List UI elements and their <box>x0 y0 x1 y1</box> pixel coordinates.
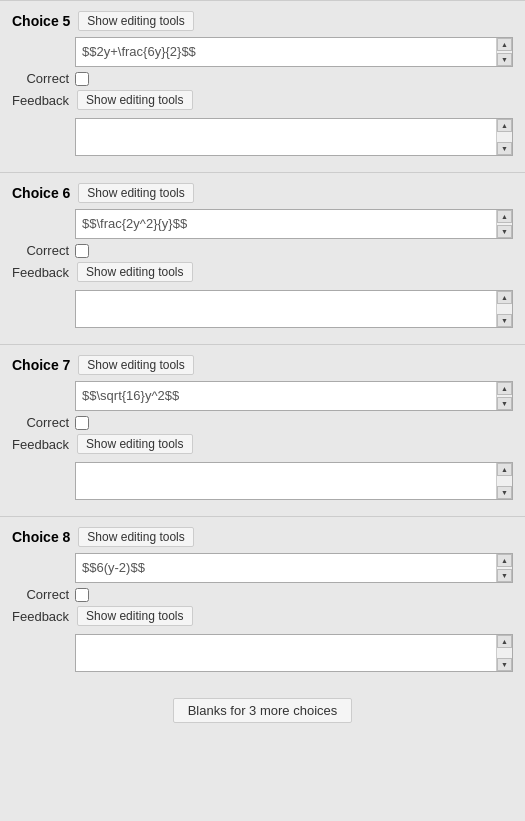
math-field-row-5: $$2y+\frac{6y}{2}$$ ▲ ▼ <box>12 37 513 67</box>
feedback-scroll-up-7[interactable]: ▲ <box>497 463 512 476</box>
math-scrollbar-7: ▲ ▼ <box>496 382 512 410</box>
math-field-content-6: $$\frac{2y^2}{y}$$ ▲ ▼ <box>75 209 513 239</box>
feedback-row-6: Feedback Show editing tools <box>12 262 513 282</box>
math-input-container-8[interactable]: $$6(y-2)$$ ▲ ▼ <box>75 553 513 583</box>
feedback-editing-button-8[interactable]: Show editing tools <box>77 606 192 626</box>
choice-header-6: Choice 6 Show editing tools <box>12 183 513 203</box>
correct-checkbox-8[interactable] <box>75 588 89 602</box>
feedback-field-row-6: ▲ ▼ <box>12 286 513 328</box>
feedback-field-row-5: ▲ ▼ <box>12 114 513 156</box>
correct-checkbox-5[interactable] <box>75 72 89 86</box>
feedback-field-content-8: ▲ ▼ <box>75 630 513 672</box>
feedback-field-row-8: ▲ ▼ <box>12 630 513 672</box>
math-text-7: $$\sqrt{16}y^2$$ <box>76 382 496 410</box>
feedback-scroll-up-8[interactable]: ▲ <box>497 635 512 648</box>
feedback-field-content-6: ▲ ▼ <box>75 286 513 328</box>
choice-block-8: Choice 8 Show editing tools $$6(y-2)$$ ▲… <box>0 516 525 688</box>
feedback-container-8[interactable]: ▲ ▼ <box>75 634 513 672</box>
math-scroll-up-7[interactable]: ▲ <box>497 382 512 395</box>
feedback-label-8: Feedback <box>12 609 69 624</box>
math-input-container-7[interactable]: $$\sqrt{16}y^2$$ ▲ ▼ <box>75 381 513 411</box>
math-field-label-6 <box>12 209 67 213</box>
correct-row-5: Correct <box>12 71 513 86</box>
math-field-content-7: $$\sqrt{16}y^2$$ ▲ ▼ <box>75 381 513 411</box>
choice-header-7: Choice 7 Show editing tools <box>12 355 513 375</box>
feedback-text-5[interactable] <box>76 119 496 155</box>
feedback-scrollbar-8: ▲ ▼ <box>496 635 512 671</box>
math-scroll-down-8[interactable]: ▼ <box>497 569 512 582</box>
show-editing-button-6[interactable]: Show editing tools <box>78 183 193 203</box>
feedback-scroll-up-5[interactable]: ▲ <box>497 119 512 132</box>
show-editing-button-5[interactable]: Show editing tools <box>78 11 193 31</box>
math-scroll-up-5[interactable]: ▲ <box>497 38 512 51</box>
math-text-6: $$\frac{2y^2}{y}$$ <box>76 210 496 238</box>
feedback-spacer-7 <box>12 458 67 462</box>
math-scrollbar-8: ▲ ▼ <box>496 554 512 582</box>
math-field-content-8: $$6(y-2)$$ ▲ ▼ <box>75 553 513 583</box>
math-field-row-8: $$6(y-2)$$ ▲ ▼ <box>12 553 513 583</box>
correct-checkbox-6[interactable] <box>75 244 89 258</box>
feedback-text-8[interactable] <box>76 635 496 671</box>
feedback-scroll-down-6[interactable]: ▼ <box>497 314 512 327</box>
show-editing-button-8[interactable]: Show editing tools <box>78 527 193 547</box>
feedback-field-content-7: ▲ ▼ <box>75 458 513 500</box>
correct-label-6: Correct <box>14 243 69 258</box>
math-field-row-6: $$\frac{2y^2}{y}$$ ▲ ▼ <box>12 209 513 239</box>
correct-checkbox-7[interactable] <box>75 416 89 430</box>
choice-label-5: Choice 5 <box>12 13 70 29</box>
feedback-text-7[interactable] <box>76 463 496 499</box>
feedback-spacer-6 <box>12 286 67 290</box>
math-text-5: $$2y+\frac{6y}{2}$$ <box>76 38 496 66</box>
feedback-scroll-up-6[interactable]: ▲ <box>497 291 512 304</box>
feedback-label-7: Feedback <box>12 437 69 452</box>
feedback-container-6[interactable]: ▲ ▼ <box>75 290 513 328</box>
feedback-editing-button-6[interactable]: Show editing tools <box>77 262 192 282</box>
feedback-editing-button-7[interactable]: Show editing tools <box>77 434 192 454</box>
choice-block-6: Choice 6 Show editing tools $$\frac{2y^2… <box>0 172 525 344</box>
feedback-text-6[interactable] <box>76 291 496 327</box>
feedback-row-7: Feedback Show editing tools <box>12 434 513 454</box>
feedback-row-8: Feedback Show editing tools <box>12 606 513 626</box>
feedback-spacer-8 <box>12 630 67 634</box>
correct-row-7: Correct <box>12 415 513 430</box>
math-text-8: $$6(y-2)$$ <box>76 554 496 582</box>
correct-label-7: Correct <box>14 415 69 430</box>
blanks-button[interactable]: Blanks for 3 more choices <box>173 698 353 723</box>
math-input-container-5[interactable]: $$2y+\frac{6y}{2}$$ ▲ ▼ <box>75 37 513 67</box>
feedback-editing-button-5[interactable]: Show editing tools <box>77 90 192 110</box>
math-scroll-up-6[interactable]: ▲ <box>497 210 512 223</box>
show-editing-button-7[interactable]: Show editing tools <box>78 355 193 375</box>
math-input-container-6[interactable]: $$\frac{2y^2}{y}$$ ▲ ▼ <box>75 209 513 239</box>
math-scroll-down-5[interactable]: ▼ <box>497 53 512 66</box>
feedback-scrollbar-5: ▲ ▼ <box>496 119 512 155</box>
math-field-row-7: $$\sqrt{16}y^2$$ ▲ ▼ <box>12 381 513 411</box>
math-field-label-8 <box>12 553 67 557</box>
feedback-label-5: Feedback <box>12 93 69 108</box>
math-scrollbar-5: ▲ ▼ <box>496 38 512 66</box>
math-scrollbar-6: ▲ ▼ <box>496 210 512 238</box>
feedback-field-content-5: ▲ ▼ <box>75 114 513 156</box>
feedback-container-5[interactable]: ▲ ▼ <box>75 118 513 156</box>
feedback-scrollbar-6: ▲ ▼ <box>496 291 512 327</box>
feedback-scrollbar-7: ▲ ▼ <box>496 463 512 499</box>
feedback-scroll-down-8[interactable]: ▼ <box>497 658 512 671</box>
math-scroll-up-8[interactable]: ▲ <box>497 554 512 567</box>
choice-block-7: Choice 7 Show editing tools $$\sqrt{16}y… <box>0 344 525 516</box>
correct-label-5: Correct <box>14 71 69 86</box>
math-scroll-down-7[interactable]: ▼ <box>497 397 512 410</box>
feedback-scroll-down-7[interactable]: ▼ <box>497 486 512 499</box>
feedback-scroll-down-5[interactable]: ▼ <box>497 142 512 155</box>
choice-header-8: Choice 8 Show editing tools <box>12 527 513 547</box>
choice-label-8: Choice 8 <box>12 529 70 545</box>
choice-label-7: Choice 7 <box>12 357 70 373</box>
choice-header-5: Choice 5 Show editing tools <box>12 11 513 31</box>
feedback-spacer-5 <box>12 114 67 118</box>
math-field-content-5: $$2y+\frac{6y}{2}$$ ▲ ▼ <box>75 37 513 67</box>
math-field-label-7 <box>12 381 67 385</box>
feedback-container-7[interactable]: ▲ ▼ <box>75 462 513 500</box>
math-scroll-down-6[interactable]: ▼ <box>497 225 512 238</box>
blanks-button-row: Blanks for 3 more choices <box>0 688 525 737</box>
math-field-label-5 <box>12 37 67 41</box>
choice-label-6: Choice 6 <box>12 185 70 201</box>
feedback-field-row-7: ▲ ▼ <box>12 458 513 500</box>
